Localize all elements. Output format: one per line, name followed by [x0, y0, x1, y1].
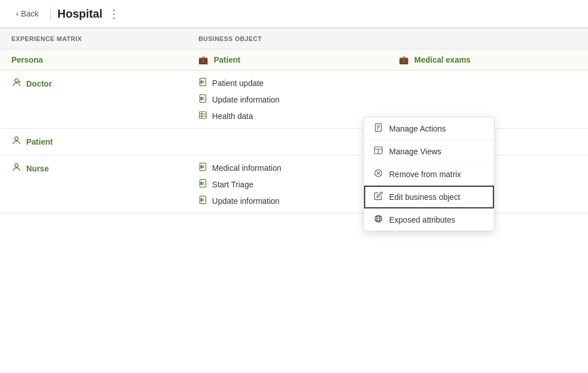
doctor-label: Doctor	[26, 79, 52, 88]
list-item: Update information	[198, 94, 376, 105]
table-row: Patient	[0, 129, 588, 155]
svg-point-12	[201, 97, 202, 99]
exposed-attributes-label: Exposed attributes	[389, 215, 455, 224]
svg-point-0	[15, 79, 18, 82]
table-row: Nurse	[0, 155, 588, 214]
menu-item-edit-business-object[interactable]: Edit business object	[364, 186, 494, 208]
page-title: Hospital	[58, 7, 103, 21]
menu-item-manage-views[interactable]: Manage Views	[364, 140, 494, 163]
svg-point-18	[15, 137, 18, 140]
manage-views-icon	[373, 146, 383, 157]
manage-actions-label: Manage Actions	[389, 124, 446, 133]
person-icon	[11, 77, 22, 90]
list-item: Health data	[198, 110, 376, 121]
subheader-patient[interactable]: 💼 Patient	[187, 50, 387, 71]
item-label: Update information	[212, 95, 279, 104]
doctor-patient-items: Patient update	[187, 71, 387, 129]
briefcase-icon-2: 💼	[399, 55, 409, 64]
svg-rect-4	[200, 78, 206, 85]
menu-item-exposed-attributes[interactable]: Exposed attributes	[364, 208, 494, 231]
doc-icon-3	[198, 110, 207, 121]
svg-point-7	[201, 81, 202, 82]
svg-rect-14	[199, 112, 206, 118]
remove-icon	[373, 169, 383, 179]
svg-point-23	[201, 166, 202, 167]
subheader-row: Persona 💼 Patient 💼 Medical exams	[0, 50, 588, 71]
col-header-business-object: Business Object	[187, 28, 387, 50]
subheader-medical[interactable]: 💼 Medical exams	[387, 50, 588, 71]
svg-rect-9	[200, 95, 206, 102]
briefcase-icon: 💼	[198, 55, 208, 64]
more-options-button[interactable]: ⋮	[108, 8, 120, 19]
menu-item-manage-actions[interactable]: Manage Actions	[364, 117, 494, 140]
context-menu: Manage Actions Manage Views	[364, 117, 495, 231]
list-item: Patient update	[198, 77, 376, 88]
doc-icon-6	[198, 195, 207, 206]
doc-icon-5	[198, 179, 207, 190]
list-item: Medical information	[198, 162, 376, 173]
svg-rect-20	[200, 163, 206, 170]
manage-actions-icon	[373, 123, 383, 134]
doc-icon-4	[198, 162, 207, 173]
more-icon: ⋮	[108, 7, 120, 20]
item-label: Update information	[212, 196, 279, 206]
patient-label: Patient	[26, 137, 53, 146]
experience-matrix-table: Experience Matrix Business Object Person…	[0, 28, 588, 214]
subheader-medical-label: Medical exams	[414, 55, 471, 64]
patient-patient-items	[187, 129, 387, 155]
subheader-patient-label: Patient	[214, 55, 240, 64]
item-label: Health data	[212, 112, 253, 121]
svg-point-28	[201, 182, 202, 183]
list-item: Start Triage	[198, 179, 376, 190]
manage-views-label: Manage Views	[389, 147, 442, 156]
item-label: Medical information	[212, 163, 281, 173]
svg-point-19	[15, 163, 18, 167]
doc-icon-2	[198, 94, 207, 105]
header: ‹ Back Hospital ⋮	[0, 0, 588, 28]
col-header-medical	[387, 28, 588, 50]
col-header-experience: Experience Matrix	[0, 28, 187, 50]
item-label: Patient update	[212, 79, 263, 88]
svg-point-34	[201, 200, 202, 201]
remove-from-matrix-label: Remove from matrix	[389, 170, 461, 179]
svg-rect-30	[200, 196, 206, 203]
subheader-persona: Persona	[0, 50, 187, 71]
svg-point-29	[201, 183, 202, 185]
svg-point-33	[201, 199, 202, 200]
patient-person-icon	[11, 136, 22, 148]
persona-doctor-cell: Doctor	[0, 71, 187, 129]
doc-icon	[198, 77, 207, 88]
edit-business-object-label: Edit business object	[389, 192, 460, 202]
menu-item-remove-from-matrix[interactable]: Remove from matrix	[364, 163, 494, 186]
nurse-person-icon	[11, 162, 22, 175]
main-table-container: Experience Matrix Business Object Person…	[0, 28, 588, 214]
nurse-patient-items: Medical information	[187, 155, 387, 214]
persona-nurse-cell: Nurse	[0, 155, 187, 214]
svg-point-13	[201, 99, 202, 100]
globe-icon	[373, 214, 383, 225]
table-header-row: Experience Matrix Business Object	[0, 28, 588, 50]
chevron-left-icon: ‹	[16, 9, 19, 18]
nurse-label: Nurse	[26, 164, 49, 173]
back-label: Back	[21, 9, 39, 18]
edit-icon	[373, 191, 383, 202]
svg-point-8	[201, 82, 202, 83]
item-label: Start Triage	[212, 180, 253, 189]
list-item: Update information	[198, 195, 376, 206]
svg-rect-25	[200, 179, 206, 187]
table-row: Doctor	[0, 71, 588, 129]
header-divider	[50, 7, 51, 21]
svg-point-24	[201, 167, 202, 168]
persona-patient-cell: Patient	[0, 129, 187, 155]
back-button[interactable]: ‹ Back	[11, 7, 43, 21]
subheader-persona-label: Persona	[11, 55, 43, 64]
